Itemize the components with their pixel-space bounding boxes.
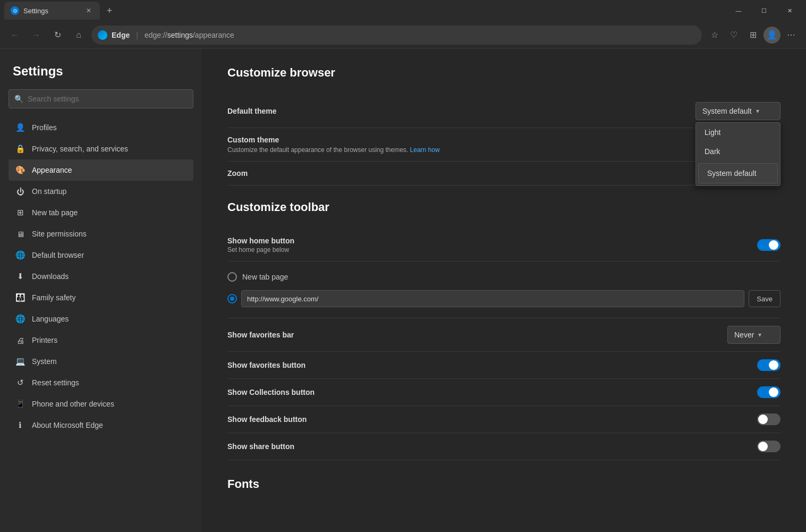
- privacy-icon: 🔒: [15, 143, 26, 154]
- sidebar-item-label: Family safety: [32, 293, 75, 302]
- forward-icon: →: [32, 30, 40, 40]
- profile-button[interactable]: 👤: [763, 27, 780, 44]
- search-icon: 🔍: [14, 95, 23, 103]
- startup-icon: ⏻: [15, 186, 26, 197]
- sidebar-item-label: New tab page: [32, 208, 78, 217]
- save-url-button[interactable]: Save: [749, 290, 780, 307]
- fonts-section-title: Fonts: [227, 477, 780, 491]
- forward-button[interactable]: →: [28, 27, 45, 44]
- show-home-label: Show home button: [227, 237, 757, 245]
- show-home-label-block: Show home button Set home page below: [227, 237, 757, 254]
- default-theme-label: Default theme: [227, 107, 695, 115]
- address-bar[interactable]: Edge | edge://settings/appearance: [91, 26, 702, 45]
- new-tab-button[interactable]: +: [102, 3, 117, 18]
- page-title: Customize browser: [227, 66, 780, 80]
- show-share-toggle[interactable]: [757, 441, 780, 452]
- settings-tab[interactable]: ⚙ Settings ✕: [4, 2, 100, 20]
- sidebar-item-phone-devices[interactable]: 📱 Phone and other devices: [9, 393, 193, 415]
- system-icon: 💻: [15, 356, 26, 367]
- new-tab-radio[interactable]: [227, 272, 237, 282]
- sidebar-item-reset-settings[interactable]: ↺ Reset settings: [9, 372, 193, 393]
- sidebar-item-label: Profiles: [32, 123, 57, 132]
- home-button[interactable]: ⌂: [70, 27, 87, 44]
- about-icon: ℹ: [15, 420, 26, 430]
- show-home-sublabel: Set home page below: [227, 246, 757, 254]
- sidebar-item-label: About Microsoft Edge: [32, 421, 103, 429]
- favorites-bar-value: Never: [734, 331, 754, 339]
- sidebar-title: Settings: [9, 64, 193, 79]
- newtab-icon: ⊞: [15, 207, 26, 218]
- sidebar-item-label: Privacy, search, and services: [32, 145, 128, 153]
- sidebar-item-site-permissions[interactable]: 🖥 Site permissions: [9, 223, 193, 244]
- sidebar-item-privacy[interactable]: 🔒 Privacy, search, and services: [9, 138, 193, 159]
- tab-title: Settings: [23, 7, 80, 15]
- dropdown-chevron-icon: ▾: [756, 107, 759, 115]
- back-icon: ←: [11, 30, 19, 40]
- sidebar-item-default-browser[interactable]: 🌐 Default browser: [9, 244, 193, 266]
- downloads-icon: ⬇: [15, 271, 26, 282]
- new-tab-radio-item[interactable]: New tab page: [227, 268, 780, 286]
- sidebar-item-appearance[interactable]: 🎨 Appearance: [9, 159, 193, 181]
- sidebar-item-system[interactable]: 💻 System: [9, 351, 193, 372]
- dropdown-option-light[interactable]: Light: [696, 123, 780, 142]
- printers-icon: 🖨: [15, 335, 26, 345]
- close-button[interactable]: ✕: [777, 2, 802, 19]
- theme-dropdown-menu: Light Dark System default: [695, 122, 780, 186]
- default-browser-icon: 🌐: [15, 250, 26, 260]
- dropdown-option-dark[interactable]: Dark: [696, 142, 780, 161]
- home-icon: ⌂: [76, 30, 81, 40]
- url-radio[interactable]: [227, 294, 237, 303]
- sidebar-item-label: System: [32, 357, 57, 366]
- show-favorites-btn-toggle[interactable]: [757, 359, 780, 371]
- show-home-row: Show home button Set home page below: [227, 229, 780, 261]
- learn-how-link[interactable]: Learn how: [410, 146, 440, 154]
- favorites-star-button[interactable]: ☆: [706, 27, 723, 44]
- dropdown-option-system-default[interactable]: System default: [698, 163, 778, 183]
- search-box[interactable]: 🔍: [9, 89, 193, 108]
- sidebar-item-label: Reset settings: [32, 378, 79, 387]
- sidebar-item-family-safety[interactable]: 👨‍👩‍👧 Family safety: [9, 287, 193, 308]
- show-collections-toggle[interactable]: [757, 386, 780, 398]
- reset-icon: ↺: [15, 377, 26, 388]
- sidebar-item-printers[interactable]: 🖨 Printers: [9, 330, 193, 351]
- more-button[interactable]: ⋯: [783, 27, 800, 44]
- sidebar-item-about[interactable]: ℹ About Microsoft Edge: [9, 415, 193, 436]
- refresh-button[interactable]: ↻: [49, 27, 66, 44]
- sidebar-item-profiles[interactable]: 👤 Profiles: [9, 117, 193, 138]
- url-radio-row: Save: [227, 286, 780, 311]
- sidebar-item-label: Site permissions: [32, 230, 87, 238]
- sidebar-item-languages[interactable]: 🌐 Languages: [9, 308, 193, 330]
- home-page-radio-group: New tab page Save: [227, 261, 780, 318]
- sidebar-item-label: Appearance: [32, 166, 72, 174]
- address-highlight: settings: [167, 31, 193, 39]
- theme-dropdown-button[interactable]: System default ▾: [695, 102, 780, 120]
- show-home-toggle[interactable]: [757, 239, 780, 251]
- collections-button[interactable]: ⊞: [744, 27, 761, 44]
- show-feedback-label: Show feedback button: [227, 415, 757, 424]
- theme-dropdown-value: System default: [702, 107, 752, 115]
- sidebar-item-label: On startup: [32, 187, 66, 196]
- search-input[interactable]: [28, 95, 188, 103]
- site-permissions-icon: 🖥: [15, 229, 26, 239]
- show-feedback-toggle[interactable]: [757, 413, 780, 425]
- titlebar: ⚙ Settings ✕ + — ☐ ✕: [0, 0, 806, 21]
- back-button[interactable]: ←: [6, 27, 23, 44]
- reading-list-button[interactable]: ♡: [725, 27, 742, 44]
- browser-name: Edge: [112, 31, 130, 39]
- sidebar-item-downloads[interactable]: ⬇ Downloads: [9, 266, 193, 287]
- show-collections-label: Show Collections button: [227, 388, 757, 396]
- address-suffix: /appearance: [193, 31, 234, 39]
- favorites-bar-dropdown[interactable]: Never ▾: [727, 326, 780, 344]
- fav-icon: ♡: [730, 30, 737, 40]
- profile-icon: 👤: [767, 30, 777, 40]
- nav-tools: ☆ ♡ ⊞ 👤 ⋯: [706, 27, 800, 44]
- sidebar-item-on-startup[interactable]: ⏻ On startup: [9, 181, 193, 202]
- url-input[interactable]: [241, 290, 744, 307]
- new-tab-radio-label: New tab page: [242, 273, 288, 281]
- sidebar-item-label: Printers: [32, 336, 57, 344]
- maximize-button[interactable]: ☐: [752, 2, 776, 19]
- minimize-button[interactable]: —: [726, 2, 751, 19]
- sidebar-item-new-tab[interactable]: ⊞ New tab page: [9, 202, 193, 223]
- tab-close-button[interactable]: ✕: [84, 6, 94, 15]
- show-share-label: Show share button: [227, 442, 757, 451]
